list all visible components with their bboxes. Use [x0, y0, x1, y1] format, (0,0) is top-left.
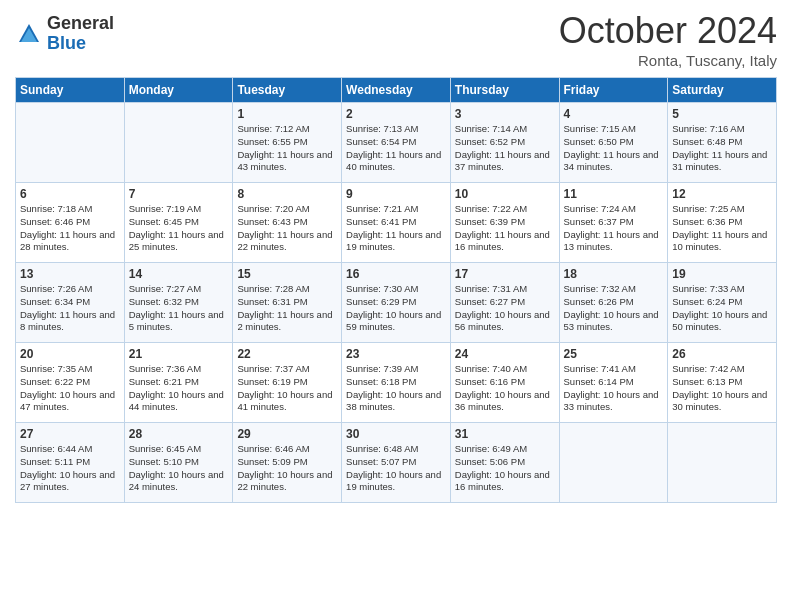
day-number: 6 — [20, 187, 120, 201]
day-info: Sunrise: 7:19 AMSunset: 6:45 PMDaylight:… — [129, 203, 229, 254]
day-info: Sunrise: 7:12 AMSunset: 6:55 PMDaylight:… — [237, 123, 337, 174]
logo-text: General Blue — [47, 14, 114, 54]
table-row: 28Sunrise: 6:45 AMSunset: 5:10 PMDayligh… — [124, 423, 233, 503]
day-info: Sunrise: 7:18 AMSunset: 6:46 PMDaylight:… — [20, 203, 120, 254]
table-row — [124, 103, 233, 183]
table-row: 2Sunrise: 7:13 AMSunset: 6:54 PMDaylight… — [342, 103, 451, 183]
day-number: 28 — [129, 427, 229, 441]
day-number: 22 — [237, 347, 337, 361]
logo-blue-text: Blue — [47, 34, 114, 54]
header-wednesday: Wednesday — [342, 78, 451, 103]
day-number: 12 — [672, 187, 772, 201]
day-info: Sunrise: 7:16 AMSunset: 6:48 PMDaylight:… — [672, 123, 772, 174]
table-row: 31Sunrise: 6:49 AMSunset: 5:06 PMDayligh… — [450, 423, 559, 503]
table-row: 27Sunrise: 6:44 AMSunset: 5:11 PMDayligh… — [16, 423, 125, 503]
calendar-week-row: 1Sunrise: 7:12 AMSunset: 6:55 PMDaylight… — [16, 103, 777, 183]
day-info: Sunrise: 7:20 AMSunset: 6:43 PMDaylight:… — [237, 203, 337, 254]
day-number: 13 — [20, 267, 120, 281]
day-info: Sunrise: 6:48 AMSunset: 5:07 PMDaylight:… — [346, 443, 446, 494]
day-number: 9 — [346, 187, 446, 201]
day-info: Sunrise: 7:39 AMSunset: 6:18 PMDaylight:… — [346, 363, 446, 414]
day-number: 3 — [455, 107, 555, 121]
header-thursday: Thursday — [450, 78, 559, 103]
table-row: 22Sunrise: 7:37 AMSunset: 6:19 PMDayligh… — [233, 343, 342, 423]
day-info: Sunrise: 7:37 AMSunset: 6:19 PMDaylight:… — [237, 363, 337, 414]
table-row: 6Sunrise: 7:18 AMSunset: 6:46 PMDaylight… — [16, 183, 125, 263]
calendar-container: General Blue October 2024 Ronta, Tuscany… — [0, 0, 792, 518]
calendar-week-row: 27Sunrise: 6:44 AMSunset: 5:11 PMDayligh… — [16, 423, 777, 503]
day-info: Sunrise: 7:24 AMSunset: 6:37 PMDaylight:… — [564, 203, 664, 254]
day-number: 15 — [237, 267, 337, 281]
day-number: 30 — [346, 427, 446, 441]
day-info: Sunrise: 7:40 AMSunset: 6:16 PMDaylight:… — [455, 363, 555, 414]
calendar-week-row: 13Sunrise: 7:26 AMSunset: 6:34 PMDayligh… — [16, 263, 777, 343]
header-sunday: Sunday — [16, 78, 125, 103]
table-row: 11Sunrise: 7:24 AMSunset: 6:37 PMDayligh… — [559, 183, 668, 263]
day-number: 10 — [455, 187, 555, 201]
day-info: Sunrise: 7:33 AMSunset: 6:24 PMDaylight:… — [672, 283, 772, 334]
header-saturday: Saturday — [668, 78, 777, 103]
day-info: Sunrise: 7:27 AMSunset: 6:32 PMDaylight:… — [129, 283, 229, 334]
day-number: 20 — [20, 347, 120, 361]
calendar-week-row: 6Sunrise: 7:18 AMSunset: 6:46 PMDaylight… — [16, 183, 777, 263]
table-row — [668, 423, 777, 503]
day-info: Sunrise: 7:28 AMSunset: 6:31 PMDaylight:… — [237, 283, 337, 334]
day-number: 18 — [564, 267, 664, 281]
table-row: 16Sunrise: 7:30 AMSunset: 6:29 PMDayligh… — [342, 263, 451, 343]
table-row: 30Sunrise: 6:48 AMSunset: 5:07 PMDayligh… — [342, 423, 451, 503]
header-tuesday: Tuesday — [233, 78, 342, 103]
day-number: 16 — [346, 267, 446, 281]
day-info: Sunrise: 7:31 AMSunset: 6:27 PMDaylight:… — [455, 283, 555, 334]
day-info: Sunrise: 7:41 AMSunset: 6:14 PMDaylight:… — [564, 363, 664, 414]
day-info: Sunrise: 6:44 AMSunset: 5:11 PMDaylight:… — [20, 443, 120, 494]
calendar-week-row: 20Sunrise: 7:35 AMSunset: 6:22 PMDayligh… — [16, 343, 777, 423]
table-row: 8Sunrise: 7:20 AMSunset: 6:43 PMDaylight… — [233, 183, 342, 263]
day-number: 19 — [672, 267, 772, 281]
day-number: 7 — [129, 187, 229, 201]
day-info: Sunrise: 7:22 AMSunset: 6:39 PMDaylight:… — [455, 203, 555, 254]
day-number: 27 — [20, 427, 120, 441]
table-row: 26Sunrise: 7:42 AMSunset: 6:13 PMDayligh… — [668, 343, 777, 423]
table-row: 7Sunrise: 7:19 AMSunset: 6:45 PMDaylight… — [124, 183, 233, 263]
table-row: 3Sunrise: 7:14 AMSunset: 6:52 PMDaylight… — [450, 103, 559, 183]
day-info: Sunrise: 7:35 AMSunset: 6:22 PMDaylight:… — [20, 363, 120, 414]
table-row: 20Sunrise: 7:35 AMSunset: 6:22 PMDayligh… — [16, 343, 125, 423]
day-info: Sunrise: 7:32 AMSunset: 6:26 PMDaylight:… — [564, 283, 664, 334]
table-row: 29Sunrise: 6:46 AMSunset: 5:09 PMDayligh… — [233, 423, 342, 503]
day-info: Sunrise: 6:45 AMSunset: 5:10 PMDaylight:… — [129, 443, 229, 494]
table-row: 10Sunrise: 7:22 AMSunset: 6:39 PMDayligh… — [450, 183, 559, 263]
table-row: 17Sunrise: 7:31 AMSunset: 6:27 PMDayligh… — [450, 263, 559, 343]
table-row: 21Sunrise: 7:36 AMSunset: 6:21 PMDayligh… — [124, 343, 233, 423]
location: Ronta, Tuscany, Italy — [559, 52, 777, 69]
table-row: 5Sunrise: 7:16 AMSunset: 6:48 PMDaylight… — [668, 103, 777, 183]
table-row: 1Sunrise: 7:12 AMSunset: 6:55 PMDaylight… — [233, 103, 342, 183]
header-monday: Monday — [124, 78, 233, 103]
day-number: 29 — [237, 427, 337, 441]
table-row: 18Sunrise: 7:32 AMSunset: 6:26 PMDayligh… — [559, 263, 668, 343]
day-number: 21 — [129, 347, 229, 361]
table-row: 12Sunrise: 7:25 AMSunset: 6:36 PMDayligh… — [668, 183, 777, 263]
header-friday: Friday — [559, 78, 668, 103]
table-row: 4Sunrise: 7:15 AMSunset: 6:50 PMDaylight… — [559, 103, 668, 183]
logo-general-text: General — [47, 14, 114, 34]
table-row: 13Sunrise: 7:26 AMSunset: 6:34 PMDayligh… — [16, 263, 125, 343]
day-number: 8 — [237, 187, 337, 201]
day-number: 24 — [455, 347, 555, 361]
day-info: Sunrise: 7:21 AMSunset: 6:41 PMDaylight:… — [346, 203, 446, 254]
header: General Blue October 2024 Ronta, Tuscany… — [15, 10, 777, 69]
day-info: Sunrise: 7:14 AMSunset: 6:52 PMDaylight:… — [455, 123, 555, 174]
day-number: 11 — [564, 187, 664, 201]
day-number: 17 — [455, 267, 555, 281]
table-row — [559, 423, 668, 503]
table-row: 9Sunrise: 7:21 AMSunset: 6:41 PMDaylight… — [342, 183, 451, 263]
table-row: 25Sunrise: 7:41 AMSunset: 6:14 PMDayligh… — [559, 343, 668, 423]
day-info: Sunrise: 7:25 AMSunset: 6:36 PMDaylight:… — [672, 203, 772, 254]
table-row: 24Sunrise: 7:40 AMSunset: 6:16 PMDayligh… — [450, 343, 559, 423]
day-info: Sunrise: 7:13 AMSunset: 6:54 PMDaylight:… — [346, 123, 446, 174]
logo: General Blue — [15, 14, 114, 54]
day-info: Sunrise: 7:36 AMSunset: 6:21 PMDaylight:… — [129, 363, 229, 414]
day-number: 4 — [564, 107, 664, 121]
table-row: 14Sunrise: 7:27 AMSunset: 6:32 PMDayligh… — [124, 263, 233, 343]
day-info: Sunrise: 7:15 AMSunset: 6:50 PMDaylight:… — [564, 123, 664, 174]
day-number: 26 — [672, 347, 772, 361]
